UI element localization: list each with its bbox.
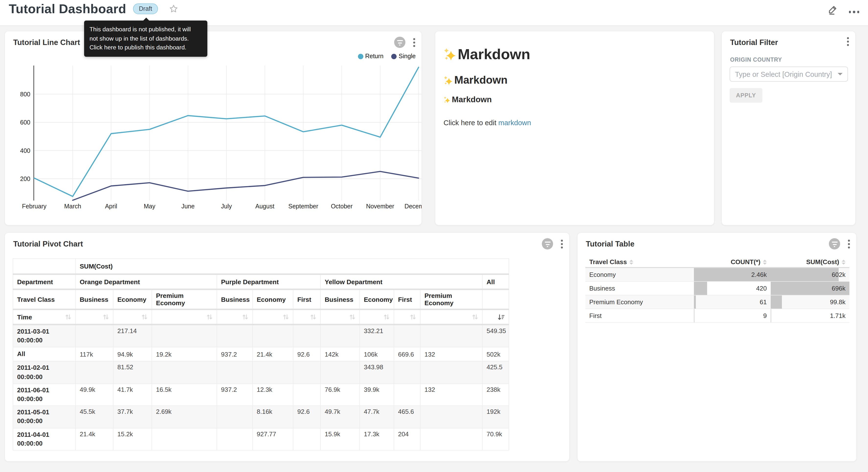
svg-text:August: August [255,203,274,210]
svg-text:800: 800 [20,91,30,97]
pivot-cell: 15.2k [113,428,152,450]
more-options-icon[interactable] [849,11,859,13]
pivot-cell: 937.2 [217,384,253,406]
pivot-row-header: 2011-04-01 00:00:00 [13,428,75,450]
markdown-card: Markdown Markdown Markdown Click here to… [435,31,714,226]
pivot-row-header: 2011-03-01 00:00:00 [13,325,75,347]
pivot-sort-header[interactable] [217,309,253,325]
pivot-cell [217,325,253,347]
pivot-cell [253,325,293,347]
svg-text:February: February [22,203,47,210]
pivot-sort-header[interactable] [320,309,360,325]
origin-country-select[interactable]: Type or Select [Origin Country] [730,66,848,82]
legend-dot-icon [358,54,363,59]
edit-dashboard-button[interactable] [827,4,838,17]
pivot-cell: 47.7k [360,406,394,428]
pivot-cell: 669.6 [394,347,420,361]
chart-legend: ReturnSingle [358,53,416,60]
edit-markdown-link[interactable]: markdown [498,119,531,127]
pivot-cell [217,406,253,428]
svg-text:600: 600 [20,119,30,126]
markdown-heading-1: Markdown [443,46,706,63]
pivot-cell [152,361,217,384]
pivot-cell: 117k [75,347,113,361]
pivot-cell: 465.6 [394,406,420,428]
sparkles-icon [443,76,453,85]
sum-cost-cell: 696k [771,285,849,292]
svg-text:April: April [105,203,117,210]
travel-class-cell: First [585,312,694,319]
draft-badge[interactable]: Draft [133,3,158,14]
pivot-cell: 92.6 [293,406,320,428]
pivot-sort-header[interactable] [420,309,483,325]
svg-text:400: 400 [20,147,30,154]
svg-text:December: December [404,203,422,210]
count-cell: 61 [694,298,771,306]
pivot-col-header: First [394,289,420,309]
pivot-kebab-menu-icon[interactable] [559,239,564,249]
pivot-sort-header[interactable] [360,309,394,325]
pivot-cell: 332.21 [360,325,394,347]
chart-kebab-menu-icon[interactable] [412,37,416,47]
applied-filters-badge-icon[interactable] [542,238,553,249]
pivot-corner-cell [13,259,75,274]
pivot-sort-header[interactable] [113,309,152,325]
pivot-sort-header[interactable] [152,309,217,325]
pivot-time-header[interactable]: Time [13,309,75,325]
pivot-cell: 76.9k [320,384,360,406]
markdown-footer-text: Click here to edit markdown [443,119,706,127]
column-header-count[interactable]: COUNT(*) [694,257,771,268]
applied-filters-badge-icon[interactable] [829,238,840,249]
applied-filters-badge-icon[interactable] [394,37,405,48]
pivot-group-header: Yellow Department [320,274,483,289]
filter-card-title: Tutorial Filter [730,38,778,47]
legend-item-return[interactable]: Return [358,53,383,60]
travel-class-cell: Economy [585,271,694,278]
series-single-line [73,171,418,200]
count-cell: 420 [694,285,771,292]
pivot-sort-header[interactable] [293,309,320,325]
svg-text:June: June [181,203,195,210]
pivot-sort-header[interactable] [394,309,420,325]
pivot-cell: 204 [394,428,420,450]
line-chart-card: Tutorial Line Chart ReturnSingle 2004006… [4,31,422,226]
favorite-star-icon[interactable] [169,4,179,14]
pivot-sort-header[interactable] [483,309,509,325]
pivot-row-header: All [13,347,75,361]
pivot-cell [394,361,420,384]
pivot-cell [420,325,483,347]
table-kebab-menu-icon[interactable] [846,239,851,249]
pivot-sort-header[interactable] [253,309,293,325]
filter-kebab-menu-icon[interactable] [845,37,850,47]
svg-text:September: September [288,203,318,210]
pivot-cell: 238k [483,384,509,406]
pivot-cell: 49.7k [320,406,360,428]
sum-cost-cell: 602k [771,271,849,278]
pivot-cell: 15.9k [320,428,360,450]
pivot-cell [420,428,483,450]
origin-country-label: ORIGIN COUNTRY [730,57,782,63]
pivot-row: 2011-04-01 00:00:0021.4k15.2k927.7715.9k… [13,428,509,450]
pivot-row-dim-label: Department [13,274,75,289]
pivot-sort-header[interactable] [75,309,113,325]
pivot-col-header: Economy [253,289,293,309]
pivot-cell: 217.14 [113,325,152,347]
pivot-cell: 39.9k [360,384,394,406]
svg-text:November: November [366,203,394,210]
table-row: Premium Economy6199.8k [585,295,849,309]
table-card-title: Tutorial Table [586,240,634,248]
pivot-cell [293,361,320,384]
table-row: First91.71k [585,309,849,323]
svg-text:October: October [331,203,352,210]
pivot-cell [152,325,217,347]
select-placeholder: Type or Select [Origin Country] [735,70,835,78]
pivot-cell: 41.7k [113,384,152,406]
legend-item-single[interactable]: Single [392,53,416,60]
pivot-col-header: Premium Economy [152,289,217,309]
pivot-col-header: Premium Economy [420,289,483,309]
apply-button[interactable]: APPLY [730,88,763,103]
column-header-sum-cost[interactable]: SUM(Cost) [771,257,849,268]
pivot-chart-title: Tutorial Pivot Chart [13,240,83,248]
pivot-cell [394,384,420,406]
column-header-travel-class[interactable]: Travel Class [585,257,694,268]
